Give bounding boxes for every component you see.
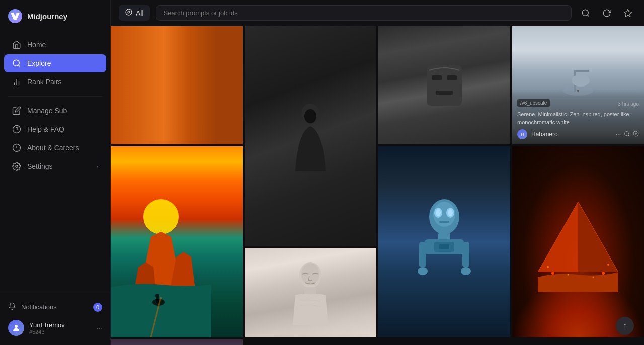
- user-profile-row[interactable]: YuriEfremov #5243 ···: [4, 316, 106, 340]
- svg-point-61: [568, 274, 569, 276]
- item-overlay-floating-island: /v6_upscale 3 hrs ago Serene, Minimalist…: [512, 89, 644, 144]
- svg-point-25: [625, 131, 629, 135]
- gallery-item-top-strip[interactable]: [111, 26, 243, 144]
- gallery-item-floating-island[interactable]: /v6_upscale 3 hrs ago Serene, Minimalist…: [512, 26, 644, 144]
- svg-point-15: [304, 109, 316, 123]
- svg-line-12: [587, 15, 589, 16]
- svg-point-52: [461, 267, 471, 275]
- search-icon-button[interactable]: [578, 5, 594, 21]
- svg-rect-44: [439, 221, 449, 223]
- svg-point-42: [436, 209, 441, 216]
- tab-all[interactable]: All: [119, 5, 150, 21]
- svg-marker-13: [624, 9, 632, 16]
- manage-icon: [12, 106, 21, 115]
- user-id: #5243: [29, 329, 91, 335]
- topbar: All: [111, 0, 644, 26]
- main-content: All: [111, 0, 644, 345]
- sidebar-item-explore[interactable]: Explore: [4, 54, 106, 72]
- svg-point-60: [607, 264, 609, 266]
- nav-divider: [8, 96, 102, 97]
- svg-rect-45: [438, 233, 450, 240]
- svg-point-11: [582, 10, 588, 16]
- refresh-button[interactable]: [599, 5, 615, 21]
- sidebar-item-manage-sub[interactable]: Manage Sub: [4, 102, 106, 120]
- svg-rect-36: [156, 297, 159, 303]
- avatar: [8, 320, 24, 336]
- svg-point-51: [418, 267, 428, 275]
- rank-pairs-label: Rank Pairs: [27, 78, 61, 86]
- overlay-tag: /v6_upscale: [517, 99, 550, 107]
- gallery-grid: /v6_upscale 3 hrs ago Serene, Minimalist…: [111, 26, 644, 345]
- settings-label: Settings: [27, 162, 53, 170]
- chevron-right-icon: ›: [96, 163, 98, 169]
- notifications-label: Notifications: [21, 303, 57, 311]
- notifications-row[interactable]: Notifications 0: [4, 298, 106, 316]
- explore-label: Explore: [27, 59, 51, 67]
- overlay-actions: ···: [616, 131, 639, 138]
- svg-rect-50: [462, 242, 469, 267]
- explore-icon: [12, 59, 21, 68]
- svg-rect-16: [427, 65, 462, 106]
- overlay-time: 3 hrs ago: [618, 101, 639, 107]
- search-input[interactable]: [156, 5, 572, 21]
- gallery-item-face[interactable]: [378, 26, 510, 144]
- svg-point-23: [572, 74, 590, 87]
- overlay-more-button[interactable]: ···: [616, 131, 621, 138]
- about-label: About & Careers: [27, 144, 79, 152]
- sidebar-item-settings[interactable]: Settings ›: [4, 157, 106, 176]
- app-name: Midjourney: [27, 12, 67, 21]
- overlay-bookmark-button[interactable]: [633, 131, 639, 138]
- all-icon: [125, 8, 133, 18]
- overlay-search-button[interactable]: [624, 131, 630, 138]
- svg-point-64: [301, 263, 319, 285]
- svg-point-9: [128, 11, 130, 13]
- help-faq-label: Help & FAQ: [27, 125, 64, 133]
- sidebar: Midjourney Home Explore: [0, 0, 111, 345]
- gallery-item-pyramid[interactable]: [512, 146, 644, 337]
- svg-rect-18: [447, 75, 457, 80]
- svg-point-43: [448, 209, 453, 216]
- svg-point-2: [13, 126, 21, 133]
- rank-icon: [12, 77, 21, 87]
- logo-icon: [8, 9, 22, 23]
- topbar-icons: [578, 5, 636, 21]
- svg-rect-65: [304, 287, 316, 295]
- bell-icon: [8, 302, 16, 312]
- manage-sub-label: Manage Sub: [27, 107, 67, 115]
- svg-rect-19: [436, 91, 453, 95]
- tab-all-label: All: [136, 9, 144, 17]
- sidebar-item-rank-pairs[interactable]: Rank Pairs: [4, 73, 106, 91]
- svg-point-30: [143, 199, 179, 234]
- svg-rect-48: [439, 244, 449, 249]
- overlay-desc: Serene, Minimalistic, Zen-inspired, post…: [517, 111, 639, 126]
- help-icon: [12, 125, 21, 134]
- gallery-item-astronaut[interactable]: [111, 339, 243, 345]
- svg-rect-49: [419, 242, 426, 267]
- sidebar-item-help[interactable]: Help & FAQ: [4, 120, 106, 138]
- svg-point-37: [155, 294, 159, 298]
- info-icon: [12, 143, 21, 152]
- svg-rect-17: [432, 75, 442, 80]
- svg-point-62: [593, 277, 594, 278]
- sidebar-item-about[interactable]: About & Careers: [4, 139, 106, 157]
- svg-point-8: [15, 325, 18, 328]
- user-menu-button[interactable]: ···: [96, 324, 102, 332]
- svg-point-57: [551, 272, 554, 275]
- logo-area: Midjourney: [0, 0, 110, 31]
- overlay-avatar: H: [517, 129, 527, 139]
- notification-count: 0: [93, 303, 102, 312]
- user-info: YuriEfremov #5243: [29, 321, 91, 335]
- username: YuriEfremov: [29, 321, 91, 329]
- gallery-item-white-statue[interactable]: [245, 248, 376, 337]
- gallery-item-figure[interactable]: [245, 26, 376, 246]
- overlay-username: Habanero: [531, 131, 612, 138]
- gallery-item-canyon[interactable]: [111, 146, 243, 337]
- sidebar-bottom: Notifications 0 YuriEfremov #5243 ···: [0, 293, 110, 345]
- sparkle-button[interactable]: [620, 5, 636, 21]
- gallery-item-robot[interactable]: [378, 146, 510, 337]
- svg-point-0: [13, 60, 19, 66]
- sidebar-item-home[interactable]: Home: [4, 36, 106, 54]
- scroll-to-top-button[interactable]: ↑: [616, 317, 634, 335]
- svg-line-26: [628, 135, 629, 136]
- settings-icon: [12, 162, 21, 171]
